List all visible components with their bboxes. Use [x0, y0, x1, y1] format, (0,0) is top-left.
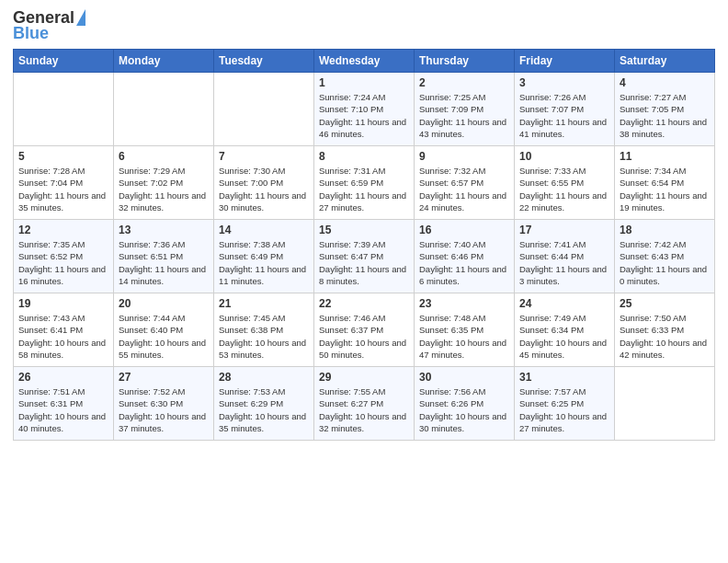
- day-info: Sunrise: 7:28 AMSunset: 7:04 PMDaylight:…: [18, 165, 108, 213]
- day-cell: 13Sunrise: 7:36 AMSunset: 6:51 PMDayligh…: [114, 220, 214, 293]
- week-row-4: 19Sunrise: 7:43 AMSunset: 6:41 PMDayligh…: [14, 293, 715, 367]
- day-number: 15: [319, 224, 409, 236]
- day-number: 3: [519, 76, 609, 89]
- day-info: Sunrise: 7:27 AMSunset: 7:05 PMDaylight:…: [620, 91, 710, 140]
- day-cell: 5Sunrise: 7:28 AMSunset: 7:04 PMDaylight…: [14, 146, 114, 220]
- day-info: Sunrise: 7:53 AMSunset: 6:29 PMDaylight:…: [219, 385, 309, 434]
- day-cell: 15Sunrise: 7:39 AMSunset: 6:47 PMDayligh…: [314, 220, 415, 293]
- day-number: 26: [18, 371, 108, 384]
- day-number: 12: [18, 224, 108, 236]
- day-cell: 27Sunrise: 7:52 AMSunset: 6:30 PMDayligh…: [114, 367, 214, 441]
- day-number: 22: [319, 297, 409, 310]
- week-row-5: 26Sunrise: 7:51 AMSunset: 6:31 PMDayligh…: [14, 367, 715, 441]
- day-info: Sunrise: 7:39 AMSunset: 6:47 PMDaylight:…: [319, 238, 409, 287]
- col-header-saturday: Saturday: [615, 50, 715, 73]
- day-cell: [615, 367, 715, 441]
- day-info: Sunrise: 7:24 AMSunset: 7:10 PMDaylight:…: [319, 91, 409, 140]
- col-header-thursday: Thursday: [415, 50, 515, 73]
- day-info: Sunrise: 7:52 AMSunset: 6:30 PMDaylight:…: [119, 385, 209, 434]
- logo: General Blue: [13, 9, 85, 43]
- col-header-friday: Friday: [515, 50, 615, 73]
- day-number: 2: [419, 76, 509, 89]
- day-cell: 21Sunrise: 7:45 AMSunset: 6:38 PMDayligh…: [214, 293, 314, 367]
- day-number: 30: [419, 371, 509, 384]
- day-number: 14: [219, 224, 309, 236]
- day-number: 18: [620, 224, 710, 236]
- day-cell: 24Sunrise: 7:49 AMSunset: 6:34 PMDayligh…: [515, 293, 615, 367]
- col-header-monday: Monday: [114, 50, 214, 73]
- day-number: 11: [620, 150, 710, 163]
- day-number: 24: [519, 297, 609, 310]
- day-number: 10: [519, 150, 609, 163]
- day-info: Sunrise: 7:32 AMSunset: 6:57 PMDaylight:…: [419, 165, 509, 213]
- day-cell: 16Sunrise: 7:40 AMSunset: 6:46 PMDayligh…: [415, 220, 515, 293]
- day-info: Sunrise: 7:43 AMSunset: 6:41 PMDaylight:…: [18, 312, 108, 361]
- day-number: 19: [18, 297, 108, 310]
- day-cell: 11Sunrise: 7:34 AMSunset: 6:54 PMDayligh…: [615, 146, 715, 220]
- day-cell: 2Sunrise: 7:25 AMSunset: 7:09 PMDaylight…: [415, 73, 515, 146]
- day-info: Sunrise: 7:41 AMSunset: 6:44 PMDaylight:…: [519, 238, 609, 287]
- day-cell: [214, 73, 314, 146]
- header: General Blue: [13, 9, 715, 43]
- day-info: Sunrise: 7:40 AMSunset: 6:46 PMDaylight:…: [419, 238, 509, 287]
- day-number: 7: [219, 150, 309, 163]
- col-header-tuesday: Tuesday: [214, 50, 314, 73]
- day-cell: 26Sunrise: 7:51 AMSunset: 6:31 PMDayligh…: [14, 367, 114, 441]
- day-cell: 23Sunrise: 7:48 AMSunset: 6:35 PMDayligh…: [415, 293, 515, 367]
- day-info: Sunrise: 7:34 AMSunset: 6:54 PMDaylight:…: [620, 165, 710, 213]
- day-number: 1: [319, 76, 409, 89]
- day-info: Sunrise: 7:30 AMSunset: 7:00 PMDaylight:…: [219, 165, 309, 213]
- day-info: Sunrise: 7:49 AMSunset: 6:34 PMDaylight:…: [519, 312, 609, 361]
- day-cell: 22Sunrise: 7:46 AMSunset: 6:37 PMDayligh…: [314, 293, 415, 367]
- day-cell: 31Sunrise: 7:57 AMSunset: 6:25 PMDayligh…: [515, 367, 615, 441]
- day-info: Sunrise: 7:55 AMSunset: 6:27 PMDaylight:…: [319, 385, 409, 434]
- day-cell: 4Sunrise: 7:27 AMSunset: 7:05 PMDaylight…: [615, 73, 715, 146]
- day-number: 20: [119, 297, 209, 310]
- day-cell: 12Sunrise: 7:35 AMSunset: 6:52 PMDayligh…: [14, 220, 114, 293]
- day-cell: 9Sunrise: 7:32 AMSunset: 6:57 PMDaylight…: [415, 146, 515, 220]
- day-cell: 7Sunrise: 7:30 AMSunset: 7:00 PMDaylight…: [214, 146, 314, 220]
- day-cell: 6Sunrise: 7:29 AMSunset: 7:02 PMDaylight…: [114, 146, 214, 220]
- day-number: 6: [119, 150, 209, 163]
- day-cell: 10Sunrise: 7:33 AMSunset: 6:55 PMDayligh…: [515, 146, 615, 220]
- day-number: 16: [419, 224, 509, 236]
- day-number: 28: [219, 371, 309, 384]
- day-info: Sunrise: 7:51 AMSunset: 6:31 PMDaylight:…: [18, 385, 108, 434]
- day-number: 21: [219, 297, 309, 310]
- day-info: Sunrise: 7:46 AMSunset: 6:37 PMDaylight:…: [319, 312, 409, 361]
- week-row-1: 1Sunrise: 7:24 AMSunset: 7:10 PMDaylight…: [14, 73, 715, 146]
- day-cell: 18Sunrise: 7:42 AMSunset: 6:43 PMDayligh…: [615, 220, 715, 293]
- day-cell: [114, 73, 214, 146]
- day-info: Sunrise: 7:35 AMSunset: 6:52 PMDaylight:…: [18, 238, 108, 287]
- day-info: Sunrise: 7:50 AMSunset: 6:33 PMDaylight:…: [620, 312, 710, 361]
- day-number: 25: [620, 297, 710, 310]
- calendar-table: SundayMondayTuesdayWednesdayThursdayFrid…: [13, 49, 715, 441]
- day-info: Sunrise: 7:57 AMSunset: 6:25 PMDaylight:…: [519, 385, 609, 434]
- day-cell: 19Sunrise: 7:43 AMSunset: 6:41 PMDayligh…: [14, 293, 114, 367]
- day-cell: [14, 73, 114, 146]
- day-cell: 3Sunrise: 7:26 AMSunset: 7:07 PMDaylight…: [515, 73, 615, 146]
- calendar-header-row: SundayMondayTuesdayWednesdayThursdayFrid…: [14, 50, 715, 73]
- day-info: Sunrise: 7:42 AMSunset: 6:43 PMDaylight:…: [620, 238, 710, 287]
- day-cell: 1Sunrise: 7:24 AMSunset: 7:10 PMDaylight…: [314, 73, 415, 146]
- logo-triangle-icon: [76, 9, 85, 26]
- day-number: 29: [319, 371, 409, 384]
- day-info: Sunrise: 7:26 AMSunset: 7:07 PMDaylight:…: [519, 91, 609, 140]
- day-cell: 17Sunrise: 7:41 AMSunset: 6:44 PMDayligh…: [515, 220, 615, 293]
- day-info: Sunrise: 7:33 AMSunset: 6:55 PMDaylight:…: [519, 165, 609, 213]
- day-info: Sunrise: 7:56 AMSunset: 6:26 PMDaylight:…: [419, 385, 509, 434]
- page: General Blue SundayMondayTuesdayWednesda…: [0, 0, 728, 563]
- day-info: Sunrise: 7:48 AMSunset: 6:35 PMDaylight:…: [419, 312, 509, 361]
- week-row-3: 12Sunrise: 7:35 AMSunset: 6:52 PMDayligh…: [14, 220, 715, 293]
- day-info: Sunrise: 7:25 AMSunset: 7:09 PMDaylight:…: [419, 91, 509, 140]
- day-number: 13: [119, 224, 209, 236]
- day-cell: 14Sunrise: 7:38 AMSunset: 6:49 PMDayligh…: [214, 220, 314, 293]
- day-cell: 29Sunrise: 7:55 AMSunset: 6:27 PMDayligh…: [314, 367, 415, 441]
- day-number: 23: [419, 297, 509, 310]
- day-info: Sunrise: 7:36 AMSunset: 6:51 PMDaylight:…: [119, 238, 209, 287]
- col-header-sunday: Sunday: [14, 50, 114, 73]
- day-info: Sunrise: 7:44 AMSunset: 6:40 PMDaylight:…: [119, 312, 209, 361]
- week-row-2: 5Sunrise: 7:28 AMSunset: 7:04 PMDaylight…: [14, 146, 715, 220]
- day-cell: 28Sunrise: 7:53 AMSunset: 6:29 PMDayligh…: [214, 367, 314, 441]
- col-header-wednesday: Wednesday: [314, 50, 415, 73]
